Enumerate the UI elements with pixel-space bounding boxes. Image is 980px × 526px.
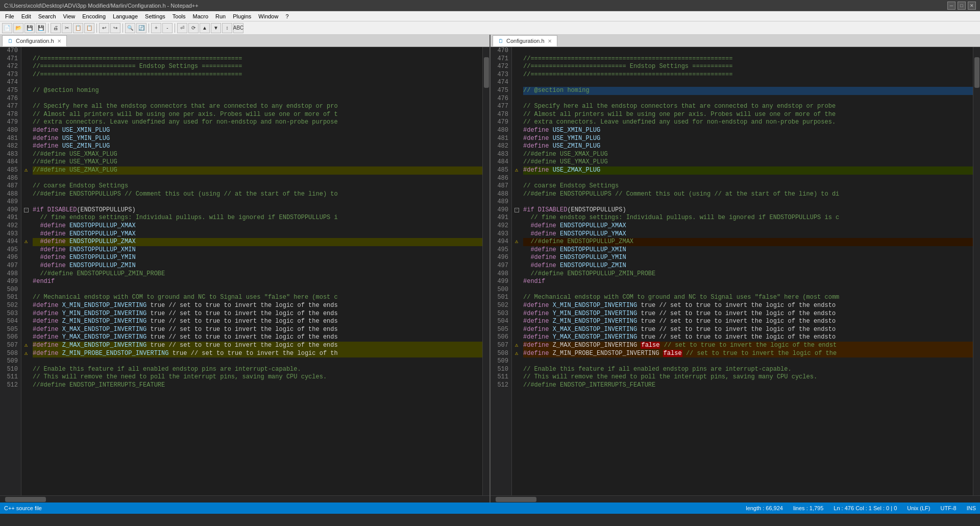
line-item: #define ENDSTOPPULLUP_ZMIN — [523, 262, 973, 270]
up-button[interactable]: ▲ — [200, 23, 210, 33]
left-tab-close[interactable]: ✕ — [57, 38, 61, 44]
line-item: //#define USE_ZMAX_PLUG — [33, 166, 482, 175]
line-item: //#define ENDSTOP_INTERRUPTS_FEATURE — [523, 381, 973, 390]
line-item: //========================== Endstop Set… — [523, 63, 973, 71]
lines-label: lines : 1,795 — [793, 505, 823, 511]
down-button[interactable]: ▼ — [211, 23, 221, 33]
find-button[interactable]: 🔍 — [125, 23, 135, 33]
line-item: #define USE_YMIN_PLUG — [523, 135, 973, 143]
encoding-label: UTF-8 — [940, 505, 956, 511]
wrap-button[interactable]: ⏎ — [177, 23, 187, 33]
scroll-button[interactable]: ↕ — [222, 23, 232, 33]
open-button[interactable]: 📂 — [13, 23, 23, 33]
line-item: #endif — [33, 278, 482, 286]
right-tab-close[interactable]: ✕ — [548, 38, 552, 44]
cut-button[interactable]: ✂ — [62, 23, 72, 33]
line-item — [523, 198, 973, 206]
line-item: #define Z_MAX_ENDSTOP_INVERTING true // … — [33, 342, 482, 350]
menu-item-settings[interactable]: Settings — [142, 13, 168, 20]
right-scrollbar-v[interactable] — [973, 47, 980, 495]
line-item: // Almost all printers will be using one… — [523, 111, 973, 119]
line-item: //#define ENDSTOPPULLUP_ZMAX — [523, 238, 973, 246]
line-item: //#define USE_XMAX_PLUG — [33, 151, 482, 159]
line-item — [33, 198, 482, 206]
right-line-numbers: 4704714724734744754764774784794804814824… — [491, 47, 512, 495]
line-item: #define ENDSTOPPULLUP_YMAX — [33, 230, 482, 238]
title-bar: C:\Users\xcold\Desktop\ADVi3pp Modified/… — [0, 0, 980, 11]
line-item: #define USE_ZMIN_PLUG — [523, 142, 973, 151]
replace-button[interactable]: 🔄 — [136, 23, 146, 33]
left-code-scroll[interactable]: 4704714724734744754764774784794804814824… — [0, 47, 489, 495]
right-code-scroll[interactable]: 4704714724734744754764774784794804814824… — [491, 47, 980, 495]
print-button[interactable]: 🖨 — [51, 23, 61, 33]
menu-item-encoding[interactable]: Encoding — [79, 13, 109, 20]
save-all-button[interactable]: 💾 — [36, 23, 46, 33]
redo-button[interactable]: ↪ — [110, 23, 120, 33]
paste-button[interactable]: 📋 — [84, 23, 94, 33]
zoom-in-button[interactable]: + — [151, 23, 161, 33]
menu-item-search[interactable]: Search — [35, 13, 59, 20]
save-button[interactable]: 💾 — [24, 23, 35, 33]
menu-item-tools[interactable]: Tools — [169, 13, 189, 20]
menu-item-plugins[interactable]: Plugins — [230, 13, 254, 20]
separator-2 — [96, 23, 97, 33]
line-item: #define ENDSTOPPULLUP_ZMIN — [33, 262, 482, 270]
menu-item-view[interactable]: View — [60, 13, 79, 20]
line-item: #define Z_MIN_ENDSTOP_INVERTING true // … — [523, 318, 973, 326]
line-item: #define Y_MAX_ENDSTOP_INVERTING true // … — [33, 333, 482, 342]
right-code-area[interactable]: //======================================… — [521, 47, 973, 495]
line-item: #define Z_MIN_PROBE_ENDSTOP_INVERTING fa… — [523, 350, 973, 358]
line-item: #define X_MAX_ENDSTOP_INVERTING true // … — [523, 326, 973, 334]
separator-1 — [48, 23, 48, 33]
line-item: #define Y_MIN_ENDSTOP_INVERTING true // … — [33, 310, 482, 318]
menu-item-?[interactable]: ? — [282, 13, 291, 20]
maximize-button[interactable]: □ — [958, 2, 966, 10]
left-code-area[interactable]: //======================================… — [31, 47, 482, 495]
menu-item-edit[interactable]: Edit — [18, 13, 34, 20]
line-item: #define ENDSTOPPULLUP_ZMAX — [33, 238, 482, 246]
line-item — [33, 286, 482, 294]
line-item: // @section homing — [33, 87, 482, 95]
line-item: // This will remove the need to poll the… — [33, 373, 482, 381]
new-button[interactable]: 📄 — [2, 23, 12, 33]
left-hscrollbar[interactable] — [0, 495, 489, 503]
spell-button[interactable]: ABC — [233, 23, 243, 33]
menu-item-macro[interactable]: Macro — [189, 13, 211, 20]
right-hscrollbar[interactable] — [491, 495, 980, 503]
right-tab-bar: 🗒Configuration.h✕ — [491, 35, 980, 47]
line-item: //======================================… — [33, 71, 482, 79]
sync-button[interactable]: ⟳ — [188, 23, 199, 33]
line-item — [33, 95, 482, 103]
line-item: #define X_MIN_ENDSTOP_INVERTING true // … — [33, 302, 482, 310]
line-item: //======================================… — [33, 55, 482, 63]
line-item: //#define ENDSTOPPULLUP_ZMIN_PROBE — [523, 270, 973, 278]
status-bar: C++ source file length : 66,924 lines : … — [0, 503, 980, 514]
line-item: #define USE_YMIN_PLUG — [33, 135, 482, 143]
line-item: #define X_MIN_ENDSTOP_INVERTING true // … — [523, 302, 973, 310]
menu-item-run[interactable]: Run — [212, 13, 229, 20]
undo-button[interactable]: ↩ — [99, 23, 109, 33]
line-item: // Mechanical endstop with COM to ground… — [33, 294, 482, 302]
copy-button[interactable]: 📋 — [73, 23, 83, 33]
menu-item-file[interactable]: File — [2, 13, 17, 20]
line-item: // Enable this feature if all enabled en… — [523, 366, 973, 374]
line-item: #define Z_MIN_PROBE_ENDSTOP_INVERTING tr… — [33, 350, 482, 358]
right-tab[interactable]: 🗒Configuration.h✕ — [493, 35, 557, 46]
minimize-button[interactable]: ─ — [947, 2, 955, 10]
position-label: Ln : 476 Col : 1 Sel : 0 | 0 — [834, 505, 897, 511]
menu-item-window[interactable]: Window — [255, 13, 281, 20]
left-tab[interactable]: 🗒Configuration.h✕ — [2, 35, 67, 46]
close-button[interactable]: ✕ — [968, 2, 976, 10]
line-item — [523, 47, 973, 55]
window-controls[interactable]: ─ □ ✕ — [947, 2, 976, 10]
menu-item-language[interactable]: Language — [110, 13, 141, 20]
line-item: //#define USE_YMAX_PLUG — [33, 158, 482, 166]
window-title: C:\Users\xcold\Desktop\ADVi3pp Modified/… — [4, 3, 199, 9]
line-item: #define ENDSTOPPULLUP_YMIN — [523, 254, 973, 262]
left-scrollbar-v[interactable] — [482, 47, 489, 495]
separator-4 — [149, 23, 149, 33]
zoom-out-button[interactable]: - — [162, 23, 173, 33]
left-tab-label: Configuration.h — [16, 38, 54, 44]
line-item: #define Y_MIN_ENDSTOP_INVERTING true // … — [523, 310, 973, 318]
line-item: #define ENDSTOPPULLUP_YMIN — [33, 254, 482, 262]
